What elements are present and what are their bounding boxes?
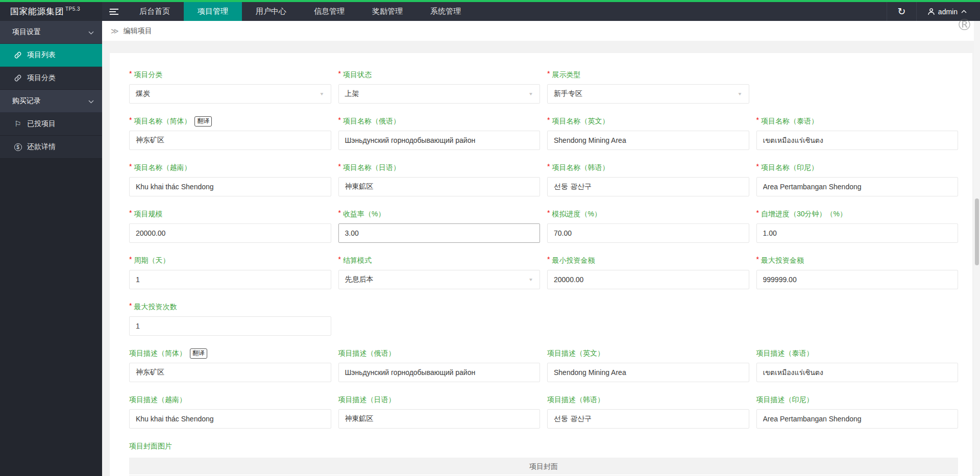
project-name-ja-input[interactable] xyxy=(338,177,541,196)
field-label: *最大投资次数 xyxy=(129,303,331,312)
project-name-id-input[interactable] xyxy=(756,177,959,196)
required-asterisk: * xyxy=(756,209,759,217)
field-label-text: 最小投资金额 xyxy=(552,256,595,265)
cover-section: 项目封面图片 项目封面 xyxy=(129,442,958,476)
sidebar-item-project-category[interactable]: 项目分类 xyxy=(0,67,102,90)
sim-progress-input[interactable] xyxy=(547,223,749,243)
project-name-vi-input[interactable] xyxy=(129,177,331,196)
cover-table: 项目封面 xyxy=(129,458,958,476)
link-icon xyxy=(14,74,22,82)
field-label: *项目名称（简体）翻译 xyxy=(129,117,331,126)
required-asterisk: * xyxy=(129,116,132,124)
vertical-scrollbar[interactable] xyxy=(974,21,980,476)
form-field: *项目规模 xyxy=(129,210,331,243)
display-type-select[interactable]: 新手专区▼ xyxy=(547,84,749,104)
chevron-up-icon xyxy=(961,10,967,13)
main-content: ≫ 编辑项目 *项目分类煤炭▼*项目状态上架▼*展示类型新手专区▼*项目名称（简… xyxy=(102,21,980,476)
project-scale-input[interactable] xyxy=(129,223,331,243)
form-field: 项目描述（简体）翻译 xyxy=(129,349,331,382)
form-field: *项目名称（越南） xyxy=(129,163,331,196)
auto-progress-input[interactable] xyxy=(756,223,959,243)
project-name-th-input[interactable] xyxy=(756,131,959,150)
nav-item-user-center[interactable]: 用户中心 xyxy=(242,2,300,21)
field-label-text: 模拟进度（%） xyxy=(552,210,601,219)
project-desc-ja-input[interactable] xyxy=(338,409,541,429)
field-label: 项目描述（简体）翻译 xyxy=(129,349,331,358)
nav-item-info-management[interactable]: 信息管理 xyxy=(300,2,358,21)
field-label: *项目名称（越南） xyxy=(129,163,331,172)
dollar-circle-icon: $ xyxy=(14,143,22,151)
app-logo: 国家能源集团 TP5.3 xyxy=(0,2,102,21)
nav-item-reward-management[interactable]: 奖励管理 xyxy=(358,2,416,21)
cycle-days-input[interactable] xyxy=(129,270,331,289)
project-desc-en-input[interactable] xyxy=(547,363,749,382)
form-field: *项目名称（简体）翻译 xyxy=(129,117,331,150)
project-desc-th-input[interactable] xyxy=(756,363,959,382)
field-label-text: 项目描述（越南） xyxy=(129,395,186,405)
field-label-text: 项目描述（英文） xyxy=(547,349,604,358)
min-invest-amount-input[interactable] xyxy=(547,270,749,289)
required-asterisk: * xyxy=(129,162,132,170)
scrollbar-thumb[interactable] xyxy=(975,198,979,265)
cover-table-header: 项目封面 xyxy=(129,458,958,475)
max-invest-amount-input[interactable] xyxy=(756,270,959,289)
project-desc-ko-input[interactable] xyxy=(547,409,749,429)
project-category-select[interactable]: 煤炭▼ xyxy=(129,84,331,104)
form-field: 项目描述（印尼） xyxy=(756,395,959,429)
field-label: *结算模式 xyxy=(338,256,541,265)
field-label: *收益率（%） xyxy=(338,210,541,219)
edit-project-card: *项目分类煤炭▼*项目状态上架▼*展示类型新手专区▼*项目名称（简体）翻译*项目… xyxy=(110,53,972,476)
field-label-text: 项目名称（简体） xyxy=(134,117,191,126)
sidebar-item-project-list[interactable]: 项目列表 xyxy=(0,44,102,67)
project-name-en-input[interactable] xyxy=(547,131,749,150)
field-label-text: 项目规模 xyxy=(134,210,162,219)
required-asterisk: * xyxy=(547,209,550,217)
field-label: *周期（天） xyxy=(129,256,331,265)
project-name-zh-input[interactable] xyxy=(129,131,331,150)
max-invest-times-input[interactable] xyxy=(129,316,331,336)
sidebar-item-invested-projects[interactable]: ⚐ 已投项目 xyxy=(0,113,102,136)
field-label: *项目规模 xyxy=(129,210,331,219)
field-label-text: 自增进度（30分钟）（%） xyxy=(761,210,847,219)
select-value: 煤炭 xyxy=(136,89,150,98)
translate-button[interactable]: 翻译 xyxy=(190,348,207,358)
breadcrumb-title: 编辑项目 xyxy=(124,27,152,36)
field-label: *项目名称（英文） xyxy=(547,117,749,126)
nav-item-system-management[interactable]: 系统管理 xyxy=(416,2,475,21)
form-field: *最小投资金额 xyxy=(547,256,749,289)
refresh-icon[interactable]: ↻ xyxy=(887,2,916,21)
field-label: *项目状态 xyxy=(338,70,541,80)
field-label-text: 展示类型 xyxy=(552,70,580,80)
required-asterisk: * xyxy=(338,116,341,124)
project-status-select[interactable]: 上架▼ xyxy=(338,84,541,104)
nav-item-home[interactable]: 后台首页 xyxy=(126,2,184,21)
required-asterisk: * xyxy=(756,162,759,170)
project-name-ko-input[interactable] xyxy=(547,177,749,196)
translate-button[interactable]: 翻译 xyxy=(194,116,212,126)
field-label-text: 最大投资金额 xyxy=(761,256,804,265)
form-field: *项目名称（英文） xyxy=(547,117,749,150)
chevron-down-icon xyxy=(88,97,94,105)
sidebar-group-purchase-records[interactable]: 购买记录 xyxy=(0,90,102,113)
top-menu: 后台首页 项目管理 用户中心 信息管理 奖励管理 系统管理 xyxy=(126,2,475,21)
project-desc-ru-input[interactable] xyxy=(338,363,541,382)
project-desc-id-input[interactable] xyxy=(756,409,959,429)
field-label-text: 项目描述（泰语） xyxy=(756,349,814,358)
form-field: *展示类型新手专区▼ xyxy=(547,70,749,104)
project-desc-vi-input[interactable] xyxy=(129,409,331,429)
top-navbar: 国家能源集团 TP5.3 后台首页 项目管理 用户中心 信息管理 奖励管理 系统… xyxy=(0,0,980,21)
select-arrow-icon: ▼ xyxy=(738,91,743,96)
form-field: *项目名称（日语） xyxy=(338,163,541,196)
field-label: *项目名称（印尼） xyxy=(756,163,959,172)
nav-item-project-management[interactable]: 项目管理 xyxy=(184,2,242,21)
project-desc-zh-input[interactable] xyxy=(129,363,331,382)
form-field: *模拟进度（%） xyxy=(547,210,749,243)
yield-rate-input[interactable] xyxy=(338,223,541,243)
form-row: 项目描述（简体）翻译项目描述（俄语）项目描述（英文）项目描述（泰语） xyxy=(129,349,958,382)
menu-toggle-icon[interactable] xyxy=(102,2,126,21)
project-name-ru-input[interactable] xyxy=(338,131,541,150)
sidebar-item-repayment-details[interactable]: $ 还款详情 xyxy=(0,136,102,159)
field-label: *项目名称（泰语） xyxy=(756,117,959,126)
settlement-mode-select[interactable]: 先息后本▼ xyxy=(338,270,541,289)
sidebar-group-project-settings[interactable]: 项目设置 xyxy=(0,21,102,44)
